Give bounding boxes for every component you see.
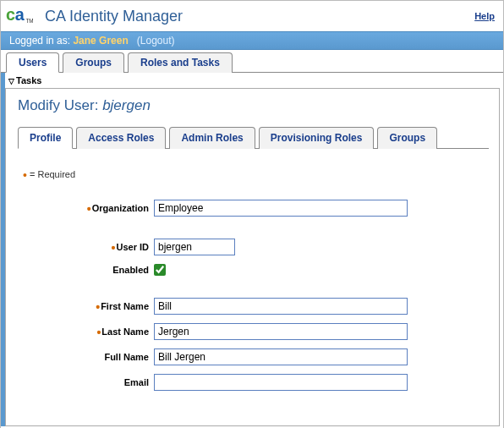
tab-admin-roles[interactable]: Admin Roles (169, 127, 255, 149)
svg-text:a: a (15, 5, 25, 24)
tab-groups-sub[interactable]: Groups (377, 127, 437, 149)
label-user-id: •User ID (23, 242, 154, 252)
label-organization: •Organization (23, 203, 154, 213)
login-user: Jane Green (73, 35, 128, 47)
svg-text:c: c (6, 5, 15, 24)
page-title: Modify User: bjergen (18, 97, 489, 114)
label-last-name: •Last Name (23, 326, 154, 337)
input-organization[interactable] (154, 200, 408, 217)
logout-link[interactable]: (Logout) (137, 35, 175, 47)
label-full-name: Full Name (23, 352, 154, 362)
help-link[interactable]: Help (474, 11, 495, 21)
tab-roles-and-tasks[interactable]: Roles and Tasks (128, 52, 233, 73)
input-first-name[interactable] (154, 298, 408, 315)
sub-tabs: Profile Access Roles Admin Roles Provisi… (18, 126, 489, 149)
tasks-toggle[interactable]: ▽Tasks (1, 73, 503, 88)
input-user-id[interactable] (154, 239, 235, 255)
svg-text:TM: TM (25, 18, 33, 24)
input-full-name[interactable] (154, 348, 408, 365)
main-tabs: Users Groups Roles and Tasks (1, 52, 503, 73)
login-bar: Logged in as: Jane Green (Logout) (1, 31, 503, 50)
input-email[interactable] (154, 374, 408, 391)
login-prefix: Logged in as: (9, 35, 73, 47)
tab-groups[interactable]: Groups (63, 52, 124, 73)
app-title: CA Identity Manager (45, 8, 183, 25)
required-note: • = Required (23, 169, 484, 179)
tab-users[interactable]: Users (6, 52, 59, 73)
checkbox-enabled[interactable] (154, 264, 166, 276)
input-last-name[interactable] (154, 323, 408, 340)
label-first-name: •First Name (23, 301, 154, 311)
tab-access-roles[interactable]: Access Roles (76, 127, 166, 149)
tab-provisioning-roles[interactable]: Provisioning Roles (259, 127, 375, 149)
triangle-down-icon: ▽ (8, 77, 14, 85)
label-enabled: Enabled (23, 265, 154, 275)
label-email: Email (23, 377, 154, 387)
tab-profile[interactable]: Profile (18, 127, 73, 149)
ca-logo-icon: c a TM (6, 4, 36, 28)
